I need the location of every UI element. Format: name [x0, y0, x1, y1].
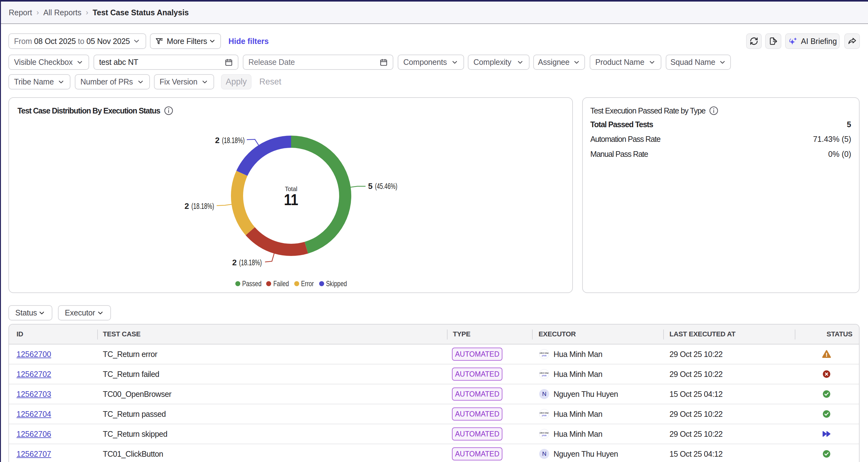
svg-text:(18.18%): (18.18%) [239, 258, 262, 267]
svg-text:Passed: Passed [242, 279, 261, 288]
svg-text:11: 11 [284, 191, 298, 209]
svg-text:Skipped: Skipped [326, 279, 347, 288]
svg-text:Error: Error [301, 279, 314, 288]
svg-text:2: 2 [215, 135, 219, 145]
svg-text:(18.18%): (18.18%) [191, 202, 214, 211]
svg-text:2: 2 [232, 258, 237, 267]
svg-text:(45.46%): (45.46%) [375, 181, 397, 191]
svg-text:Failed: Failed [273, 279, 289, 288]
svg-text:2: 2 [185, 202, 189, 211]
svg-text:(18.18%): (18.18%) [222, 135, 245, 145]
svg-text:5: 5 [368, 181, 372, 191]
